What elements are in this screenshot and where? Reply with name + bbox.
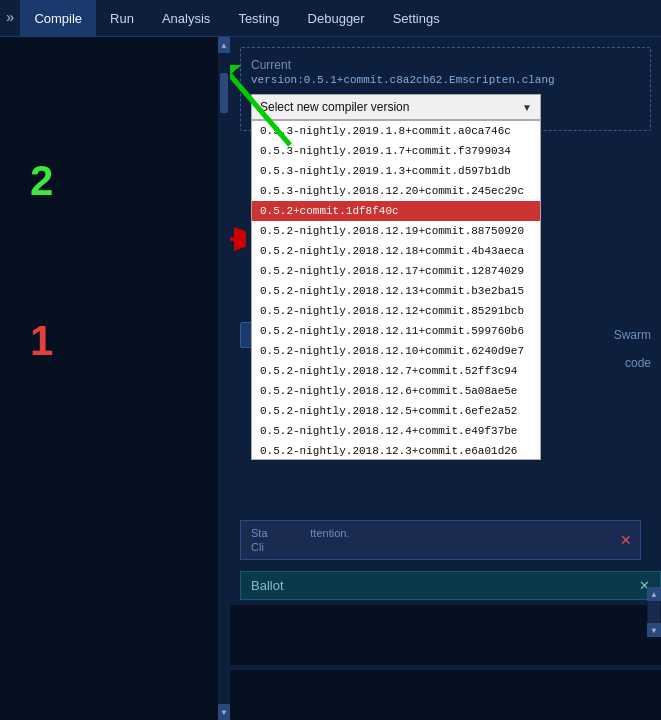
- menu-bar: » Compile Run Analysis Testing Debugger …: [0, 0, 661, 37]
- right-scroll-track: [648, 601, 660, 623]
- compiler-option-15[interactable]: 0.5.2-nightly.2018.12.4+commit.e49f37be: [252, 421, 540, 441]
- menu-item-testing[interactable]: Testing: [224, 0, 293, 36]
- svg-line-1: [230, 75, 290, 145]
- status-text: Sta ttention.: [251, 527, 630, 539]
- compiler-option-7[interactable]: 0.5.2-nightly.2018.12.17+commit.12874029: [252, 261, 540, 281]
- green-arrow-annotation: [230, 65, 310, 160]
- scroll-track: [219, 53, 229, 704]
- compiler-option-3[interactable]: 0.5.3-nightly.2018.12.20+commit.245ec29c: [252, 181, 540, 201]
- menu-item-analysis[interactable]: Analysis: [148, 0, 224, 36]
- status-bar: Sta ttention. Cli ✕: [240, 520, 641, 560]
- right-scrollbar[interactable]: ▲ ▼: [647, 587, 661, 637]
- status-click-text: Cli: [251, 541, 630, 553]
- ballot-label: Ballot: [251, 578, 284, 593]
- code-label: code: [625, 356, 651, 370]
- menu-expand-icon[interactable]: »: [0, 10, 20, 26]
- scroll-up-btn[interactable]: ▲: [218, 37, 230, 53]
- menu-item-settings[interactable]: Settings: [379, 0, 454, 36]
- red-arrow-annotation: [230, 224, 246, 259]
- swarm-label: Swarm: [614, 328, 651, 342]
- bottom-section-1: [230, 605, 661, 665]
- menu-item-debugger[interactable]: Debugger: [294, 0, 379, 36]
- compiler-option-10[interactable]: 0.5.2-nightly.2018.12.11+commit.599760b6: [252, 321, 540, 341]
- left-scrollbar[interactable]: ▲ ▼: [218, 37, 230, 720]
- annotation-2: 2: [30, 157, 53, 205]
- compiler-dropdown-list[interactable]: 0.5.3-nightly.2019.1.8+commit.a0ca746c 0…: [251, 120, 541, 460]
- compiler-option-11[interactable]: 0.5.2-nightly.2018.12.10+commit.6240d9e7: [252, 341, 540, 361]
- compiler-option-5[interactable]: 0.5.2-nightly.2018.12.19+commit.88750920: [252, 221, 540, 241]
- bottom-section-2: [230, 670, 661, 720]
- compiler-option-14[interactable]: 0.5.2-nightly.2018.12.5+commit.6efe2a52: [252, 401, 540, 421]
- status-bar-close-button[interactable]: ✕: [620, 532, 632, 548]
- compiler-option-9[interactable]: 0.5.2-nightly.2018.12.12+commit.85291bcb: [252, 301, 540, 321]
- compiler-option-16[interactable]: 0.5.2-nightly.2018.12.3+commit.e6a01d26: [252, 441, 540, 460]
- compiler-option-8[interactable]: 0.5.2-nightly.2018.12.13+commit.b3e2ba15: [252, 281, 540, 301]
- menu-item-run[interactable]: Run: [96, 0, 148, 36]
- dropdown-arrow-icon: ▼: [522, 102, 532, 113]
- annotation-1: 1: [30, 317, 53, 365]
- right-scroll-down-btn[interactable]: ▼: [647, 623, 661, 637]
- compiler-option-2[interactable]: 0.5.3-nightly.2019.1.3+commit.d597b1db: [252, 161, 540, 181]
- main-layout: 2 1 ▲ ▼ Current: [0, 37, 661, 720]
- right-panel: Current version:0.5.1+commit.c8a2cb62.Em…: [230, 37, 661, 720]
- scroll-down-btn[interactable]: ▼: [218, 704, 230, 720]
- compiler-option-4-selected[interactable]: 0.5.2+commit.1df8f40c: [252, 201, 540, 221]
- compiler-option-6[interactable]: 0.5.2-nightly.2018.12.18+commit.4b43aeca: [252, 241, 540, 261]
- compiler-option-13[interactable]: 0.5.2-nightly.2018.12.6+commit.5a08ae5e: [252, 381, 540, 401]
- compiler-option-12[interactable]: 0.5.2-nightly.2018.12.7+commit.52ff3c94: [252, 361, 540, 381]
- ballot-bar: Ballot ✕: [240, 571, 661, 600]
- menu-item-compile[interactable]: Compile: [20, 0, 96, 36]
- right-scroll-up-btn[interactable]: ▲: [647, 587, 661, 601]
- left-panel: 2 1 ▲ ▼: [0, 37, 230, 720]
- scroll-thumb[interactable]: [220, 73, 228, 113]
